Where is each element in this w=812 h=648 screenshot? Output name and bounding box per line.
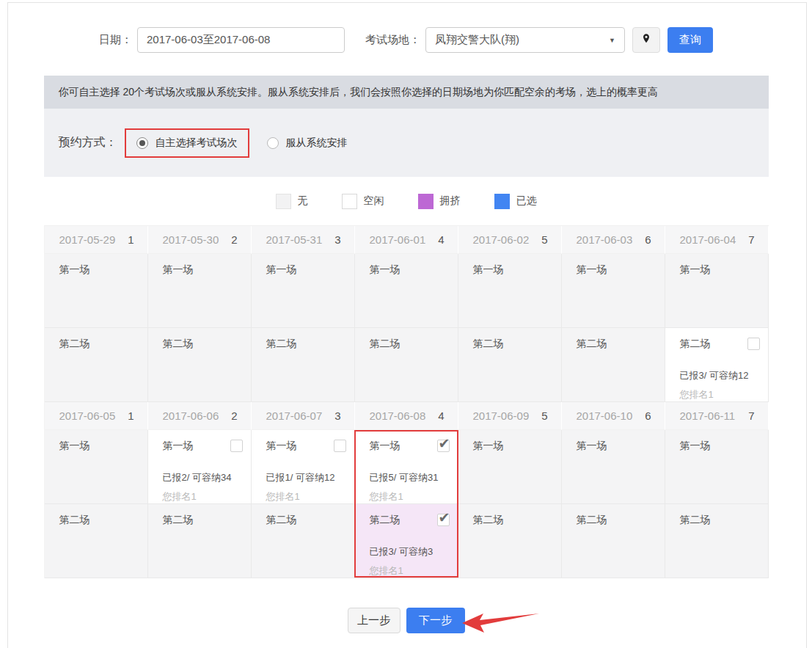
day-date: 2017-06-02 [473,233,530,246]
session-cell-top: 第二场 [680,514,760,527]
booking-option-1[interactable]: 服从系统安排 [255,128,359,158]
day-date: 2017-06-05 [59,409,116,422]
calendar-week-1: 2017-05-2912017-05-3022017-05-3132017-06… [45,226,769,402]
date-range-input[interactable] [137,27,345,53]
day-header: 2017-05-291 [45,226,148,254]
day-date: 2017-06-10 [577,409,633,422]
session-rank: 您排名1 [370,564,450,578]
session-cell: 第二场 [665,504,769,578]
calendar: 2017-05-2912017-05-3022017-05-3132017-06… [44,225,769,578]
session-cell-top: 第二场 [266,514,346,527]
session-label: 第一场 [680,263,711,277]
next-step-button[interactable]: 下一步 [406,608,465,633]
session-cell-top: 第一场 [473,263,553,277]
date-label: 日期： [99,33,132,47]
session-cell: 第一场 [562,430,665,504]
session-cell: 第一场 [458,254,562,328]
day-header: 2017-06-051 [45,402,148,430]
notice-banner: 你可自主选择 20个考试场次或服从系统安排。服从系统安排后，我们会按照你选择的日… [44,76,769,109]
session-checkbox[interactable] [230,440,243,452]
session-label: 第二场 [163,514,194,527]
session-checkbox[interactable] [437,514,450,526]
session-cell: 第一场 [665,430,769,504]
session-checkbox[interactable] [437,440,450,452]
day-header: 2017-06-106 [562,402,665,430]
session-label: 第一场 [473,440,504,453]
session-cell-top: 第二场 [59,338,139,351]
day-date: 2017-05-29 [59,233,116,246]
session-cell: 第二场 [562,328,665,402]
legend-swatch [494,194,510,209]
booking-option-label: 自主选择考试场次 [156,136,238,150]
previous-step-button[interactable]: 上一步 [348,608,400,633]
day-date: 2017-05-31 [266,233,323,246]
booking-method-label: 预约方式： [59,135,117,150]
session-cell-top: 第一场 [680,440,760,453]
booking-option-0[interactable]: 自主选择考试场次 [125,128,249,158]
session-label: 第二场 [370,514,400,527]
session-stats: 已报3/ 可容纳12 [680,369,760,382]
session-label: 第二场 [577,338,607,351]
day-number: 1 [128,409,133,422]
session-cell[interactable]: 第二场已报3/ 可容纳3您排名1 [355,504,458,578]
session-label: 第一场 [59,440,90,453]
session-cell: 第二场 [45,504,148,578]
session-cell: 第二场 [355,328,458,402]
session-cell: 第二场 [45,328,148,402]
session-cell-top: 第一场 [266,263,346,277]
session-cell-top: 第二场 [163,338,243,351]
session-cell: 第二场 [562,504,665,578]
session-cell[interactable]: 第一场已报2/ 可容纳34您排名1 [148,430,252,504]
session-checkbox[interactable] [747,338,760,350]
session-rank: 您排名1 [680,388,760,401]
venue-label: 考试场地： [365,33,420,47]
session-cell: 第一场 [45,430,148,504]
legend-label: 已选 [516,194,537,208]
day-date: 2017-06-09 [473,409,530,422]
legend-swatch [276,194,291,209]
radio-icon[interactable] [267,137,279,149]
session-cell-top: 第一场 [59,263,139,277]
session-label: 第一场 [163,263,194,277]
session-label: 第二场 [59,338,90,351]
day-number: 7 [748,233,754,246]
session-cell[interactable]: 第一场已报5/ 可容纳31您排名1 [355,430,458,504]
query-button[interactable]: 查询 [667,27,713,53]
legend: 无空闲拥挤已选 [44,177,769,225]
legend-label: 拥挤 [440,194,461,208]
day-header: 2017-06-062 [148,402,252,430]
day-date: 2017-06-06 [163,409,219,422]
session-cell[interactable]: 第二场已报3/ 可容纳12您排名1 [665,328,769,402]
location-button[interactable] [632,27,660,53]
session-cell: 第一场 [45,254,148,328]
booking-method-options: 自主选择考试场次服从系统安排 [125,128,359,158]
day-header: 2017-06-073 [252,402,355,430]
day-date: 2017-06-08 [370,409,426,422]
radio-icon[interactable] [136,137,148,149]
venue-select[interactable]: 凤翔交警大队(翔) ▼ [425,27,625,53]
legend-item: 拥挤 [418,194,461,209]
session-label: 第二场 [680,514,711,527]
day-number: 3 [334,233,340,246]
booking-method-section: 预约方式： 自主选择考试场次服从系统安排 [44,109,769,177]
session-cell: 第一场 [252,254,355,328]
legend-label: 无 [298,194,308,208]
venue-group: 考试场地： 凤翔交警大队(翔) ▼ [365,27,625,53]
day-number: 4 [438,409,444,422]
session-label: 第二场 [59,514,90,527]
session-cell-top: 第二场 [473,338,553,351]
day-date: 2017-06-04 [680,233,736,246]
day-number: 2 [231,233,237,246]
day-number: 7 [748,409,754,422]
session-stats: 已报2/ 可容纳34 [163,471,243,484]
session-checkbox[interactable] [334,440,346,452]
legend-swatch [342,194,357,209]
session-stats: 已报1/ 可容纳12 [266,471,346,484]
session-stats: 已报3/ 可容纳3 [370,545,450,558]
session-cell-top: 第一场 [163,440,243,453]
session-cell[interactable]: 第一场已报1/ 可容纳12您排名1 [252,430,355,504]
day-date: 2017-05-30 [163,233,219,246]
session-stats: 已报5/ 可容纳31 [370,471,450,484]
day-header: 2017-06-036 [562,226,665,254]
session-cell: 第一场 [562,254,665,328]
